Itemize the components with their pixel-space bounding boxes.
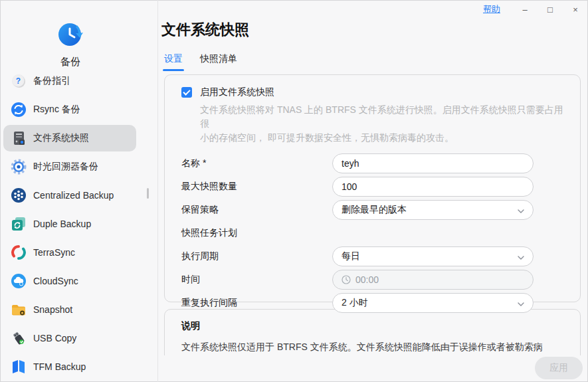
- sidebar-item-centralized-backup[interactable]: Centralized Backup: [3, 182, 136, 209]
- retention-policy-label: 保留策略: [181, 204, 332, 216]
- enable-snapshot-label: 启用文件系统快照: [200, 86, 274, 98]
- execution-cycle-value: 每日: [342, 250, 360, 262]
- sidebar-item-label: CloudSync: [33, 276, 78, 286]
- note-heading: 说明: [181, 320, 564, 332]
- time-value: 00:00: [355, 274, 379, 285]
- repeat-interval-label: 重复执行间隔: [181, 297, 332, 309]
- sidebar-scrollbar-thumb[interactable]: [147, 188, 149, 199]
- schedule-section-row: 快照任务计划: [181, 223, 564, 243]
- enable-snapshot-checkbox[interactable]: [181, 87, 192, 98]
- sidebar-item-backup-guide[interactable]: ? 备份指引: [3, 68, 136, 94]
- sidebar-item-label: Rsync 备份: [33, 104, 80, 116]
- sidebar-item-label: 时光回溯器备份: [33, 161, 98, 173]
- note-panel: 说明 文件系统快照仅适用于 BTRFS 文件系统。文件系统快照能降低由于误操作或…: [164, 309, 581, 355]
- duple-backup-icon: [11, 216, 27, 232]
- time-label: 时间: [181, 274, 332, 286]
- sidebar-item-duple-backup[interactable]: Duple Backup: [3, 211, 136, 237]
- name-label: 名称 *: [181, 157, 332, 169]
- tfm-backup-icon: [11, 359, 27, 375]
- close-button[interactable]: ×: [563, 1, 588, 18]
- sidebar-item-terrasync[interactable]: TerraSync: [3, 239, 136, 266]
- svg-text:?: ?: [16, 76, 21, 86]
- execution-cycle-label: 执行周期: [181, 250, 332, 262]
- sidebar-item-rsync-backup[interactable]: Rsync 备份: [3, 96, 136, 123]
- max-snapshots-row: 最大快照数量: [181, 177, 564, 197]
- name-input[interactable]: [342, 158, 524, 169]
- retention-policy-row: 保留策略 删除最早的版本: [181, 200, 564, 220]
- tab-bar: 设置 快照清单: [164, 53, 237, 71]
- sidebar-item-label: Centralized Backup: [33, 190, 114, 201]
- centralized-backup-icon: [11, 187, 27, 203]
- tab-snapshot-list[interactable]: 快照清单: [200, 53, 237, 71]
- retention-policy-value: 删除最早的版本: [342, 204, 407, 216]
- sidebar-item-label: TFM Backup: [33, 361, 86, 372]
- max-snapshots-input[interactable]: [342, 181, 524, 192]
- repeat-interval-select[interactable]: 2 小时: [332, 293, 534, 313]
- sidebar-item-snapshot[interactable]: Snapshot: [3, 296, 136, 323]
- filesystem-snapshot-icon: [11, 130, 27, 146]
- settings-scroll-area: 启用文件系统快照 文件系统快照将对 TNAS 上的 BTRFS 文件系统进行快照…: [164, 74, 581, 355]
- repeat-interval-value: 2 小时: [342, 297, 368, 309]
- minimize-button[interactable]: –: [512, 1, 538, 18]
- execution-cycle-row: 执行周期 每日: [181, 246, 564, 266]
- backup-app-window: { "titlebar": { "help": "帮助", "minimize"…: [0, 0, 588, 382]
- chevron-down-icon: [517, 300, 525, 310]
- chevron-down-icon: [517, 207, 525, 217]
- sidebar-item-label: TerraSync: [33, 247, 75, 258]
- chevron-down-icon: [517, 253, 525, 264]
- retention-policy-select[interactable]: 删除最早的版本: [332, 200, 534, 220]
- titlebar: 帮助 – □ ×: [483, 0, 588, 19]
- main-content: 文件系统快照 设置 快照清单 启用文件系统快照 文件系统快照将对 TNAS 上的…: [158, 0, 588, 382]
- name-row: 名称 *: [181, 153, 564, 173]
- sidebar-item-label: Snapshot: [33, 304, 72, 315]
- sidebar-item-cloudsync[interactable]: CloudSync: [3, 268, 136, 294]
- sidebar-item-tfm-backup[interactable]: TFM Backup: [3, 353, 136, 380]
- sidebar-item-label: 备份指引: [33, 75, 70, 87]
- note-text: 文件系统快照仅适用于 BTRFS 文件系统。文件系统快照能降低由于误操作或者被勒…: [181, 339, 564, 355]
- name-input-wrap: [332, 153, 534, 173]
- sidebar-nav: ? 备份指引 Rsync 备份: [0, 68, 157, 382]
- max-snapshots-label: 最大快照数量: [181, 181, 332, 193]
- apply-button[interactable]: 应用: [535, 357, 583, 379]
- time-row: 时间 00:00: [181, 270, 564, 290]
- time-input: 00:00: [332, 270, 534, 290]
- sidebar-item-time-machine-backup[interactable]: 时光回溯器备份: [3, 153, 136, 180]
- tab-settings[interactable]: 设置: [164, 53, 183, 71]
- rsync-icon: [11, 102, 27, 118]
- settings-form: 名称 * 最大快照数量 保留策略 删除最早的版本: [181, 153, 564, 313]
- enable-snapshot-row: 启用文件系统快照: [181, 86, 564, 98]
- enable-snapshot-description: 文件系统快照将对 TNAS 上的 BTRFS 文件系统进行快照。启用文件系统快照…: [200, 103, 564, 145]
- question-icon: ?: [11, 73, 27, 89]
- help-link[interactable]: 帮助: [483, 3, 500, 15]
- max-snapshots-input-wrap: [332, 177, 534, 197]
- maximize-button[interactable]: □: [538, 1, 563, 18]
- backup-clock-icon: [55, 19, 86, 52]
- snapshot-folder-icon: [11, 302, 27, 318]
- cloudsync-icon: [11, 273, 27, 289]
- sidebar: 备份 ? 备份指引: [0, 0, 158, 382]
- time-machine-icon: [11, 159, 27, 175]
- sidebar-item-filesystem-snapshot[interactable]: 文件系统快照: [3, 125, 136, 151]
- page-title: 文件系统快照: [161, 20, 249, 40]
- sidebar-item-label: USB Copy: [33, 333, 76, 343]
- app-title: 备份: [60, 56, 80, 68]
- sidebar-item-label: 文件系统快照: [33, 132, 89, 144]
- sidebar-item-label: Duple Backup: [33, 219, 91, 229]
- execution-cycle-select[interactable]: 每日: [332, 246, 534, 266]
- schedule-section-label: 快照任务计划: [181, 227, 237, 239]
- terrasync-icon: [11, 244, 27, 260]
- usb-copy-icon: [11, 330, 27, 346]
- sidebar-item-usb-copy[interactable]: USB Copy: [3, 325, 136, 351]
- snapshot-settings-panel: 启用文件系统快照 文件系统快照将对 TNAS 上的 BTRFS 文件系统进行快照…: [164, 74, 581, 302]
- app-header: 备份: [0, 19, 141, 68]
- clock-icon: [342, 275, 351, 284]
